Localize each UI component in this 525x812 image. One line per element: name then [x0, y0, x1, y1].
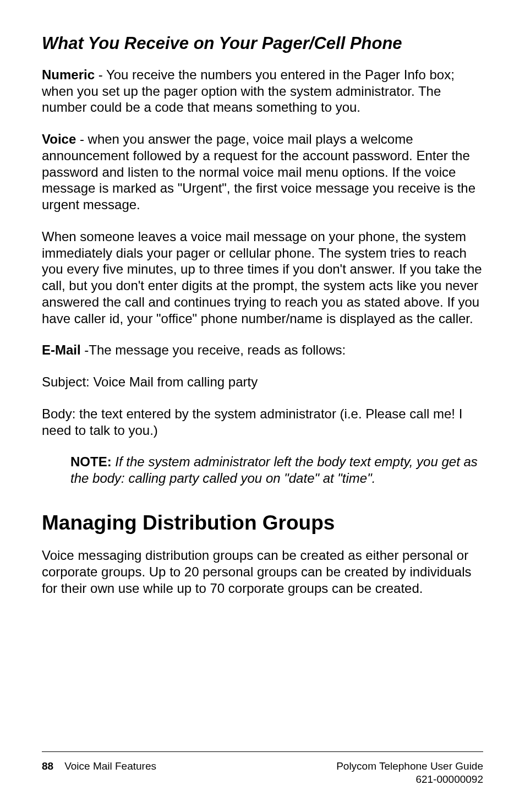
footer-right: Polycom Telephone User Guide 621-0000009…: [336, 760, 483, 787]
main-heading: Managing Distribution Groups: [42, 511, 483, 535]
label-numeric: Numeric: [42, 67, 95, 82]
footer-guide: Polycom Telephone User Guide: [336, 760, 483, 773]
page-number: 88: [42, 760, 53, 773]
note-block: NOTE: If the system administrator left t…: [42, 454, 483, 487]
text-voice: - when you answer the page, voice mail p…: [42, 132, 475, 212]
paragraph-voice: Voice - when you answer the page, voice …: [42, 131, 483, 213]
page-footer: 88 Voice Mail Features Polycom Telephone…: [42, 751, 483, 787]
paragraph-numeric: Numeric - You receive the numbers you en…: [42, 67, 483, 116]
paragraph-groups: Voice messaging distribution groups can …: [42, 547, 483, 596]
paragraph-when: When someone leaves a voice mail message…: [42, 228, 483, 327]
footer-left: 88 Voice Mail Features: [42, 760, 156, 787]
text-email: -The message you receive, reads as follo…: [81, 342, 346, 357]
note-text: If the system administrator left the bod…: [70, 454, 478, 486]
note-label: NOTE:: [70, 454, 112, 469]
label-email: E-Mail: [42, 342, 81, 357]
paragraph-body-text: Body: the text entered by the system adm…: [42, 406, 483, 439]
label-voice: Voice: [42, 132, 76, 146]
footer-section: Voice Mail Features: [64, 760, 156, 773]
footer-docnum: 621-00000092: [336, 773, 483, 787]
section-heading: What You Receive on Your Pager/Cell Phon…: [42, 33, 483, 55]
paragraph-email: E-Mail -The message you receive, reads a…: [42, 342, 483, 358]
document-body: What You Receive on Your Pager/Cell Phon…: [42, 33, 483, 596]
paragraph-subject: Subject: Voice Mail from calling party: [42, 374, 483, 390]
text-numeric: - You receive the numbers you entered in…: [42, 67, 455, 115]
